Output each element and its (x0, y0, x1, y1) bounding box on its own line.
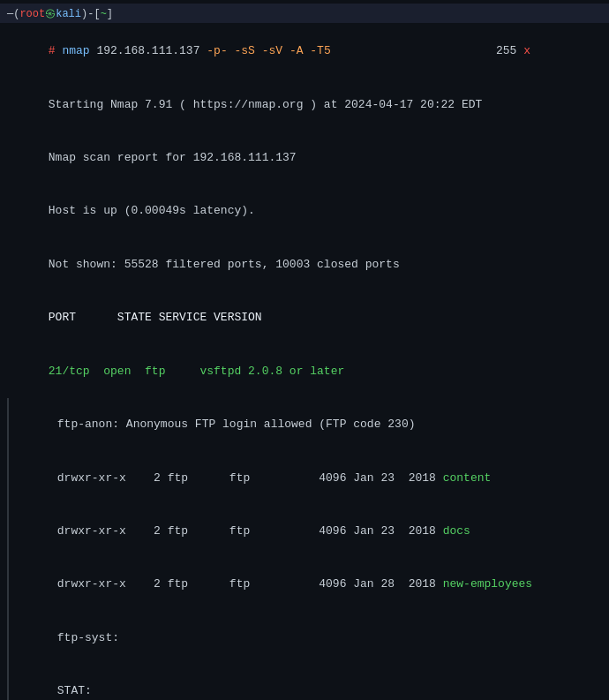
host-up: Host is up (0.00049s latency). (7, 184, 602, 237)
nmap-scan-report: Nmap scan report for 192.168.111.137 (7, 132, 602, 184)
title-text: ─(root㉿kali)-[~] (7, 6, 602, 21)
terminal-content: # nmap 192.168.111.137 -p- -sS -sV -A -T… (0, 23, 609, 700)
ftp-dir-content: drwxr-xr-x 2 ftp ftp 4096 Jan 23 2018 co… (7, 451, 602, 504)
port-header: PORT STATE SERVICE VERSION (7, 291, 602, 344)
ftp-stat: STAT: (7, 665, 602, 700)
command-line: # nmap 192.168.111.137 -p- -sS -sV -A -T… (7, 25, 602, 78)
title-bar: ─(root㉿kali)-[~] (0, 4, 609, 23)
ftp-syst: ftp-syst: (7, 612, 602, 665)
not-shown: Not shown: 55528 filtered ports, 10003 c… (7, 238, 602, 291)
nmap-start: Starting Nmap 7.91 ( https://nmap.org ) … (7, 78, 602, 131)
port-21: 21/tcp open ftp vsftpd 2.0.8 or later (7, 345, 602, 398)
ftp-dir-new-employees: drwxr-xr-x 2 ftp ftp 4096 Jan 28 2018 ne… (7, 558, 602, 611)
terminal-window: ─(root㉿kali)-[~] # nmap 192.168.111.137 … (0, 0, 609, 700)
ftp-anon: ftp-anon: Anonymous FTP login allowed (F… (7, 398, 602, 451)
ftp-dir-docs: drwxr-xr-x 2 ftp ftp 4096 Jan 23 2018 do… (7, 505, 602, 558)
